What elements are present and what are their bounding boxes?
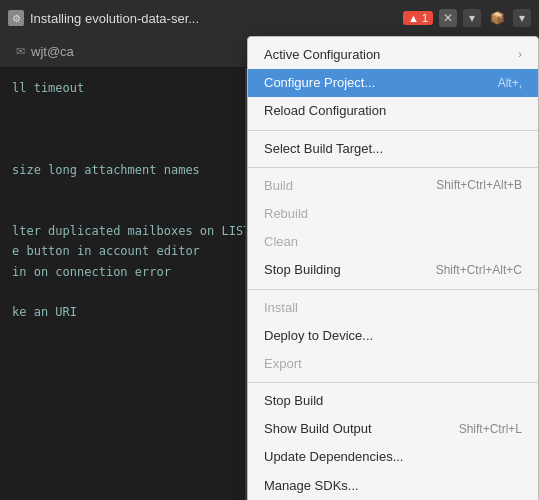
menu-item-deploy-to-device[interactable]: Deploy to Device... xyxy=(248,322,538,350)
menu-item-label-rebuild: Rebuild xyxy=(264,205,522,223)
editor-line xyxy=(12,139,233,159)
menu-item-label-install: Install xyxy=(264,299,522,317)
menu-item-label-stop-build: Stop Build xyxy=(264,392,522,410)
editor-line: e button in account editor xyxy=(12,241,233,261)
close-icon: ✕ xyxy=(443,11,453,25)
menu-separator xyxy=(248,382,538,383)
menu-item-rebuild: Rebuild xyxy=(248,200,538,228)
titlebar-title: Installing evolution-data-ser... xyxy=(30,11,397,26)
menu-dropdown-button[interactable]: ▾ xyxy=(463,9,481,27)
package-button[interactable]: 📦 xyxy=(487,8,507,28)
build-menu: Active Configuration›Configure Project..… xyxy=(247,36,539,500)
menu-item-label-manage-sdks: Manage SDKs... xyxy=(264,477,522,495)
menu-item-label-select-build-target: Select Build Target... xyxy=(264,140,522,158)
editor-line: lter duplicated mailboxes on LIST xyxy=(12,221,233,241)
menu-item-select-build-target[interactable]: Select Build Target... xyxy=(248,135,538,163)
menu-item-label-clean: Clean xyxy=(264,233,522,251)
menu-item-active-configuration[interactable]: Active Configuration› xyxy=(248,41,538,69)
badge-label: ▲ 1 xyxy=(408,12,428,24)
package-icon: 📦 xyxy=(490,11,505,25)
menu-item-clean: Clean xyxy=(248,228,538,256)
menu-item-stop-building[interactable]: Stop BuildingShift+Ctrl+Alt+C xyxy=(248,256,538,284)
menu-item-configure-project[interactable]: Configure Project...Alt+, xyxy=(248,69,538,97)
editor-line: in on connection error xyxy=(12,262,233,282)
menu-item-update-dependencies[interactable]: Update Dependencies... xyxy=(248,443,538,471)
menu-item-manage-sdks[interactable]: Manage SDKs... xyxy=(248,472,538,500)
editor-line xyxy=(12,98,233,118)
menu-item-label-stop-building: Stop Building xyxy=(264,261,420,279)
menu-item-label-build: Build xyxy=(264,177,420,195)
editor-line xyxy=(12,200,233,220)
editor-line: ll timeout xyxy=(12,78,233,98)
chevron-down-icon-2: ▾ xyxy=(519,11,525,25)
menu-item-label-reload-configuration: Reload Configuration xyxy=(264,102,522,120)
app-icon: ⚙ xyxy=(8,10,24,26)
editor-line xyxy=(12,180,233,200)
menu-item-build: BuildShift+Ctrl+Alt+B xyxy=(248,172,538,200)
menu-item-shortcut-show-build-output: Shift+Ctrl+L xyxy=(459,421,522,438)
menu-item-install: Install xyxy=(248,294,538,322)
menu-item-export: Export xyxy=(248,350,538,378)
editor-area[interactable]: ll timeout size long attachment names lt… xyxy=(0,68,245,500)
menu-item-label-show-build-output: Show Build Output xyxy=(264,420,443,438)
submenu-arrow-icon: › xyxy=(518,47,522,62)
chevron-down-icon: ▾ xyxy=(469,11,475,25)
menu-item-reload-configuration[interactable]: Reload Configuration xyxy=(248,97,538,125)
tab-icon: ✉ xyxy=(16,45,25,58)
editor-line xyxy=(12,282,233,302)
menu-separator xyxy=(248,167,538,168)
titlebar: ⚙ Installing evolution-data-ser... ▲ 1 ✕… xyxy=(0,0,539,36)
menu-item-shortcut-build: Shift+Ctrl+Alt+B xyxy=(436,177,522,194)
editor-line: ke an URI xyxy=(12,302,233,322)
menu-item-label-configure-project: Configure Project... xyxy=(264,74,482,92)
menu-separator xyxy=(248,130,538,131)
editor-line: size long attachment names xyxy=(12,160,233,180)
editor-tab[interactable]: ✉ wjt@ca xyxy=(0,36,90,67)
error-badge[interactable]: ▲ 1 xyxy=(403,11,433,25)
menu-item-show-build-output[interactable]: Show Build OutputShift+Ctrl+L xyxy=(248,415,538,443)
close-button[interactable]: ✕ xyxy=(439,9,457,27)
menu-item-label-active-configuration: Active Configuration xyxy=(264,46,518,64)
editor-line xyxy=(12,119,233,139)
menu-item-label-export: Export xyxy=(264,355,522,373)
more-dropdown-button[interactable]: ▾ xyxy=(513,9,531,27)
tab-label: wjt@ca xyxy=(31,44,74,59)
menu-item-stop-build[interactable]: Stop Build xyxy=(248,387,538,415)
menu-separator xyxy=(248,289,538,290)
app-icon-symbol: ⚙ xyxy=(12,13,21,24)
menu-item-label-update-dependencies: Update Dependencies... xyxy=(264,448,522,466)
menu-item-shortcut-configure-project: Alt+, xyxy=(498,75,522,92)
menu-item-label-deploy-to-device: Deploy to Device... xyxy=(264,327,522,345)
menu-item-shortcut-stop-building: Shift+Ctrl+Alt+C xyxy=(436,262,522,279)
